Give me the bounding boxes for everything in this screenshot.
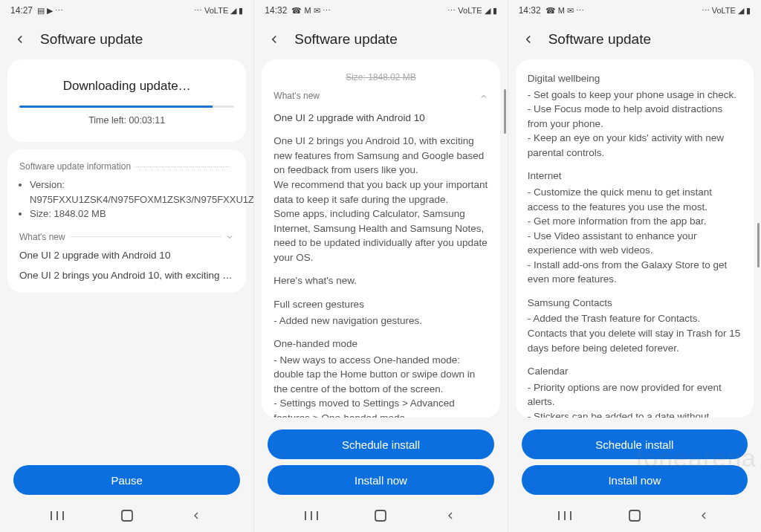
status-left-icons: ☎ M ✉ ⋯: [545, 6, 584, 16]
whats-new-label: What's new: [273, 90, 320, 103]
status-right-icons: ⋯ VoLTE ◢ ▮: [447, 6, 496, 16]
nav-bar: [254, 499, 507, 532]
button-stack: Schedule install Install now: [254, 424, 507, 499]
svg-rect-1: [375, 510, 386, 521]
recents-icon[interactable]: [48, 507, 66, 525]
section-head: Full screen gestures: [273, 297, 488, 312]
scrollbar-indicator[interactable]: [504, 89, 506, 134]
page-title: Software update: [294, 31, 397, 48]
whats-new-row[interactable]: What's new: [19, 232, 234, 242]
section-one-handed: One-handed mode - New ways to access One…: [273, 337, 488, 418]
schedule-install-button[interactable]: Schedule install: [268, 429, 493, 459]
header: Software update: [254, 21, 507, 55]
section-digital-wellbeing: Digital wellbeing - Set goals to keep yo…: [528, 71, 742, 160]
size-row: Size: 1848.02 MB: [30, 207, 234, 221]
section-head: Digital wellbeing: [528, 71, 742, 86]
section-body: - New ways to access One-handed mode: do…: [273, 353, 488, 418]
status-left-icons: ▤ ▶ ⋯: [37, 6, 63, 16]
download-title: Downloading update…: [19, 79, 234, 94]
progress-fill: [19, 106, 213, 108]
status-right-icons: ⋯ VoLTE ◢ ▮: [194, 6, 243, 16]
status-time: 14:32: [519, 5, 541, 16]
screen-3-whats-new-b: 14:32 ☎ M ✉ ⋯ ⋯ VoLTE ◢ ▮ Software updat…: [508, 0, 761, 532]
section-body: - Customize the quick menu to get instan…: [528, 185, 742, 287]
info-list: Version: N975FXXU1ZSK4/N975FOXM1ZSK3/N97…: [19, 178, 234, 221]
nav-back-icon[interactable]: [441, 507, 459, 525]
section-calendar: Calendar - Priority options are now prov…: [528, 364, 742, 418]
info-label: Software update information: [19, 161, 234, 172]
section-internet: Internet - Customize the quick menu to g…: [528, 169, 742, 287]
screen-2-whats-new-a: 14:32 ☎ M ✉ ⋯ ⋯ VoLTE ◢ ▮ Software updat…: [253, 0, 507, 532]
previous-size: Size: 1848.02 MB: [273, 71, 488, 84]
upgrade-preview: One UI 2 brings you Android 10, with exc…: [19, 270, 234, 281]
release-notes-card[interactable]: Digital wellbeing - Set goals to keep yo…: [516, 59, 754, 418]
content-area: Downloading update… Time left: 00:03:11 …: [0, 55, 253, 459]
time-left: Time left: 00:03:11: [19, 115, 234, 126]
progress-bar: [19, 106, 234, 108]
svg-rect-2: [629, 510, 640, 521]
back-icon[interactable]: [13, 33, 27, 46]
page-title: Software update: [40, 31, 143, 48]
header: Software update: [0, 21, 253, 55]
screen-1-downloading: 14:27 ▤ ▶ ⋯ ⋯ VoLTE ◢ ▮ Software update …: [0, 0, 253, 532]
section-body: - Set goals to keep your phone usage in …: [528, 88, 742, 160]
nav-back-icon[interactable]: [187, 507, 205, 525]
section-head: Internet: [528, 169, 742, 184]
download-card: Downloading update… Time left: 00:03:11: [7, 59, 246, 142]
home-icon[interactable]: [372, 507, 389, 525]
scrollbar-indicator[interactable]: [757, 223, 760, 267]
home-icon[interactable]: [626, 507, 644, 525]
content-area: Size: 1848.02 MB What's new One UI 2 upg…: [254, 55, 507, 424]
release-notes-card[interactable]: Size: 1848.02 MB What's new One UI 2 upg…: [262, 59, 499, 418]
status-time: 14:27: [10, 5, 33, 16]
back-icon[interactable]: [268, 33, 281, 46]
status-bar: 14:32 ☎ M ✉ ⋯ ⋯ VoLTE ◢ ▮: [254, 0, 507, 21]
info-card: Software update information Version: N97…: [7, 149, 246, 293]
nav-bar: [0, 499, 253, 532]
section-body: - Added the Trash feature for Contacts. …: [528, 311, 742, 355]
watermark: fonearena: [636, 444, 757, 473]
pause-button[interactable]: Pause: [13, 465, 240, 495]
install-now-button[interactable]: Install now: [268, 465, 493, 495]
upgrade-title: One UI 2 upgrade with Android 10: [273, 111, 488, 126]
status-left-icons: ☎ M ✉ ⋯: [291, 6, 330, 16]
page-title: Software update: [548, 31, 651, 48]
info-label-text: Software update information: [19, 161, 131, 172]
chevron-up-icon: [479, 92, 488, 101]
home-icon[interactable]: [118, 507, 136, 525]
status-bar: 14:27 ▤ ▶ ⋯ ⋯ VoLTE ◢ ▮: [0, 0, 253, 21]
section-body: - Priority options are now provided for …: [528, 380, 742, 418]
recents-icon[interactable]: [556, 507, 574, 525]
nav-bar: [508, 499, 761, 532]
recents-icon[interactable]: [302, 507, 320, 525]
svg-rect-0: [122, 510, 132, 521]
section-samsung-contacts: Samsung Contacts - Added the Trash featu…: [528, 296, 742, 355]
nav-back-icon[interactable]: [695, 507, 713, 525]
section-head: Calendar: [528, 364, 742, 379]
content-area: Digital wellbeing - Set goals to keep yo…: [508, 55, 761, 424]
section-body: - Added new navigation gestures.: [273, 314, 488, 328]
version-row: Version: N975FXXU1ZSK4/N975FOXM1ZSK3/N97…: [30, 178, 234, 207]
button-stack: Pause: [0, 459, 253, 499]
whats-new-row[interactable]: What's new: [273, 90, 488, 103]
back-icon[interactable]: [522, 33, 535, 46]
section-full-screen: Full screen gestures - Added new navigat…: [273, 297, 488, 328]
status-bar: 14:32 ☎ M ✉ ⋯ ⋯ VoLTE ◢ ▮: [508, 0, 761, 21]
chevron-down-icon: [225, 233, 234, 241]
heres-new: Here's what's new.: [273, 273, 488, 288]
section-head: Samsung Contacts: [528, 296, 742, 311]
status-time: 14:32: [265, 5, 287, 16]
whats-new-label: What's new: [19, 232, 65, 242]
section-head: One-handed mode: [273, 337, 488, 351]
upgrade-title: One UI 2 upgrade with Android 10: [19, 250, 234, 261]
status-right-icons: ⋯ VoLTE ◢ ▮: [702, 6, 751, 16]
intro-text: One UI 2 brings you Android 10, with exc…: [273, 134, 488, 265]
header: Software update: [508, 21, 761, 55]
